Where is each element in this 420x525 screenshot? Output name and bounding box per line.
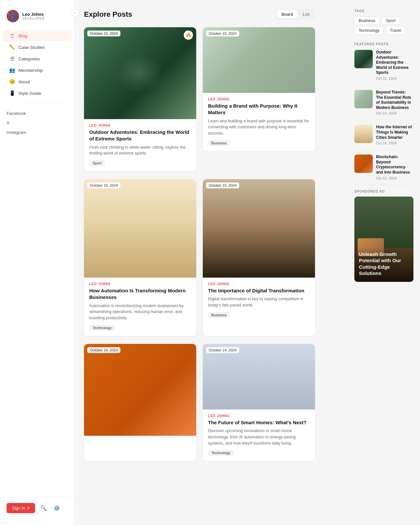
social-item-instagram[interactable]: Instagram [0,128,74,137]
post-image-p1: October 15, 2024 🔥 [84,27,196,119]
featured-post-f4[interactable]: Blockchain: Beyond Cryptocurrency and In… [354,155,413,180]
post-tag-p5[interactable]: Technology [208,450,234,456]
post-author-p2: LEO JOHNS [208,97,310,101]
tag-travel[interactable]: Travel [386,27,405,34]
featured-post-f2[interactable]: Beyond Trends: The Essential Role of Sus… [354,90,413,115]
post-author-p1: LEO JOHNS [89,124,191,127]
avatar: 👤 [7,10,19,22]
list-view-button[interactable]: List [298,10,314,18]
post-title-p2: Building a Brand with Purpose: Why It Ma… [208,103,310,116]
post-row-1: October 15, 2024 🔥 LEO JOHNS Outdoor Adv… [84,27,315,171]
search-button[interactable]: 🔍 [39,504,48,513]
post-date-p1: October 15, 2024 [87,31,120,36]
tag-business[interactable]: Business [354,17,380,25]
featured-title-f2: Beyond Trends: The Essential Role of Sus… [376,90,413,110]
view-toggle: Board List [276,9,315,19]
nav-divider [7,104,68,104]
featured-thumb-f1 [354,50,373,68]
post-image-p4: October 15, 2024 [203,179,315,278]
sidebar-item-blog[interactable]: 🗒 Blog [3,31,72,41]
post-card-p4[interactable]: October 15, 2024 LEO JOHNS The Importanc… [203,179,315,336]
board-view-button[interactable]: Board [277,10,298,18]
sponsored-ad[interactable]: Unleash Growth Potential with Our Cuttin… [354,197,413,282]
post-row-2: October 15, 2024 LEO JOHNS How Automatio… [84,179,315,336]
post-date-p3: October 15, 2024 [87,182,120,188]
right-sidebar: TAGS Business Sport Technology Travel FE… [348,0,420,525]
tags-section: TAGS Business Sport Technology Travel [354,9,413,34]
post-card-p2[interactable]: October 15, 2024 LEO JOHNS Building a Br… [203,27,315,151]
social-item-x[interactable]: X [0,118,74,128]
featured-title-f1: Outdoor Adventures: Embracing the World … [376,50,413,75]
post-author-p5: LEO JOHNS [208,414,310,418]
cyclist-decoration [117,53,163,93]
ad-headline: Unleash Growth Potential with Our Cuttin… [359,251,409,277]
post-title-p3: How Automation Is Transforming Modern Bu… [89,287,191,301]
post-body-p1: LEO JOHNS Outdoor Adventures: Embracing … [84,119,196,171]
social-item-facebook[interactable]: Facebook [0,109,74,118]
profile-role: Developer [22,17,45,20]
post-card-p5[interactable]: October 14, 2024 LEO JOHNS The Future of… [203,344,315,461]
right-col-3: October 14, 2024 LEO JOHNS The Future of… [203,344,315,461]
post-card-p6[interactable]: October 14, 2024 [84,344,196,461]
sign-in-button[interactable]: Sign In ↗ [7,503,35,513]
featured-section: FEATURED POSTS Outdoor Adventures: Embra… [354,42,413,185]
post-image-p2: October 15, 2024 [203,27,315,93]
sidebar-item-categories[interactable]: ☰ Categories [3,53,72,64]
style-guide-icon: 📱 [9,90,15,96]
post-image-p3: October 15, 2024 [84,179,196,278]
social-links: Facebook X Instagram [0,107,74,138]
featured-date-f4: Oct 12, 2024 [376,176,413,180]
post-tag-p4[interactable]: Business [208,312,230,318]
about-label: About [18,79,30,84]
page-title: Explore Posts [84,10,132,19]
post-card-p3[interactable]: October 15, 2024 LEO JOHNS How Automatio… [84,179,196,336]
post-body-p4: LEO JOHNS The Importance of Digital Tran… [203,278,315,323]
featured-date-f2: Oct 14, 2024 [376,111,413,115]
page-header: Explore Posts Board List [84,9,315,19]
sidebar-bottom: Sign In ↗ 🔍 ⚙️ [0,497,74,518]
featured-thumb-f4 [354,155,373,173]
sidebar-item-membership[interactable]: 👥 Membership [3,65,72,76]
sponsored-section: SPONSORED AD Unleash Growth Potential wi… [354,190,413,282]
tag-sport[interactable]: Sport [382,17,400,25]
featured-thumb-f3 [354,125,373,143]
sidebar-item-about[interactable]: 😊 About [3,76,72,87]
post-excerpt-p4: Digital transformation is key to staying… [208,296,310,308]
categories-icon: ☰ [9,56,15,62]
tags-title: TAGS [354,9,413,13]
featured-post-f1[interactable]: Outdoor Adventures: Embracing the World … [354,50,413,80]
post-title-p5: The Future of Smart Homes: What's Next? [208,419,310,426]
gear-icon: ⚙️ [53,505,60,511]
avatar-image: 👤 [7,10,19,22]
main-nav: 🗒 Blog ✏️ Case Studies ☰ Categories 👥 Me… [0,29,74,100]
post-tag-p1[interactable]: Sport [89,160,105,166]
featured-divider-2 [354,120,413,120]
membership-icon: 👥 [9,67,15,73]
featured-divider-4 [354,185,413,185]
post-image-p5: October 14, 2024 [203,344,315,410]
featured-info-f2: Beyond Trends: The Essential Role of Sus… [376,90,413,115]
post-excerpt-p5: Discover upcoming innovations in smart h… [208,428,310,446]
about-icon: 😊 [9,79,15,85]
post-date-p4: October 15, 2024 [206,182,239,188]
sidebar-item-case-studies[interactable]: ✏️ Case Studies [3,42,72,53]
collapse-button[interactable]: ‹ [71,9,78,16]
ad-text-block: Unleash Growth Potential with Our Cuttin… [354,246,413,282]
post-date-p2: October 15, 2024 [206,31,239,36]
featured-post-f3[interactable]: How the Internet of Things Is Making Cit… [354,125,413,145]
sidebar-item-style-guide[interactable]: 📱 Style Guide [3,88,72,99]
x-label: X [7,120,10,125]
post-excerpt-p2: Learn why building a brand with purpose … [208,118,310,136]
facebook-label: Facebook [7,111,26,116]
profile-section: 👤 Leo Johns Developer ‹ [0,7,74,29]
settings-button[interactable]: ⚙️ [52,504,61,513]
style-guide-label: Style Guide [18,91,41,96]
tag-technology[interactable]: Technology [354,27,384,34]
post-tag-p2[interactable]: Business [208,140,230,146]
post-card-p1[interactable]: October 15, 2024 🔥 LEO JOHNS Outdoor Adv… [84,27,196,171]
featured-title-f4: Blockchain: Beyond Cryptocurrency and In… [376,155,413,175]
post-body-p3: LEO JOHNS How Automation Is Transforming… [84,278,196,336]
post-tag-p3[interactable]: Technology [89,325,115,331]
sidebar: 👤 Leo Johns Developer ‹ 🗒 Blog ✏️ Case S… [0,0,75,525]
search-icon: 🔍 [40,505,47,511]
